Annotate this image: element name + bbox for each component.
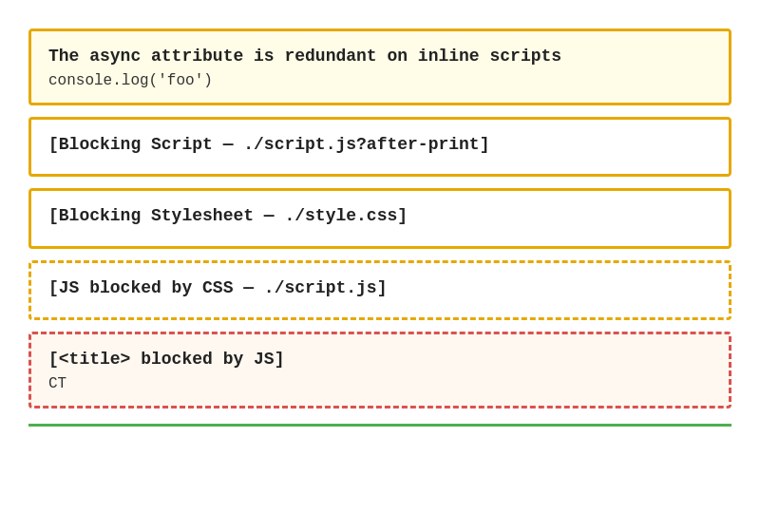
blocking-script-card: [Blocking Script — ./script.js?after-pri… <box>28 117 732 177</box>
title-blocked-by-js-card: [<title> blocked by JS] CT <box>28 332 732 408</box>
card-subtitle: CT <box>48 375 712 392</box>
bottom-divider <box>28 424 732 427</box>
card-title: [JS blocked by CSS — ./script.js] <box>48 276 712 300</box>
card-title: The async attribute is redundant on inli… <box>48 45 712 68</box>
inline-script-warning-card: The async attribute is redundant on inli… <box>28 28 732 105</box>
card-title: [Blocking Stylesheet — ./style.css] <box>48 204 712 228</box>
card-title: [<title> blocked by JS] <box>48 348 712 371</box>
js-blocked-by-css-card: [JS blocked by CSS — ./script.js] <box>28 260 732 320</box>
card-title: [Blocking Script — ./script.js?after-pri… <box>48 133 712 157</box>
card-subtitle: console.log('foo') <box>48 72 712 89</box>
blocking-stylesheet-card: [Blocking Stylesheet — ./style.css] <box>28 188 732 248</box>
